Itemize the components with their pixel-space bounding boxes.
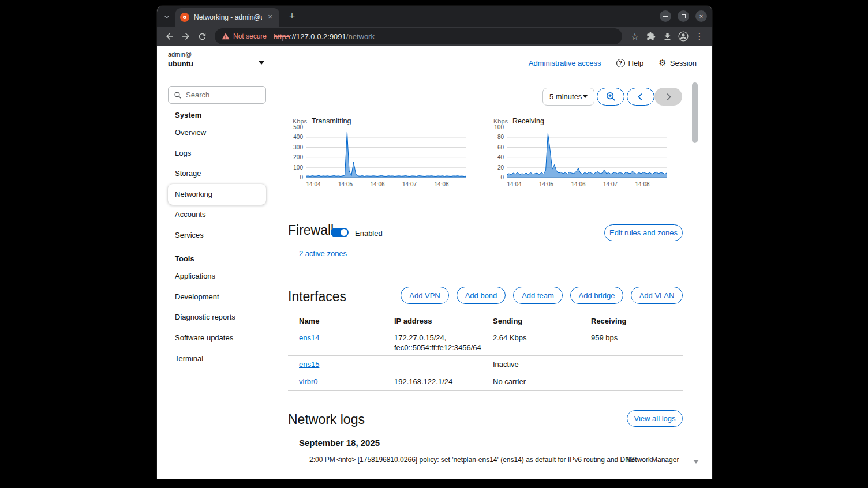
- view-all-logs-button[interactable]: View all logs: [627, 410, 683, 427]
- reload-button[interactable]: [194, 29, 209, 44]
- log-time: 2:00 PM: [309, 456, 335, 464]
- log-entry[interactable]: 2:00 PM <info> [1758196810.0266] policy:…: [299, 456, 683, 467]
- x-axis-tick-label: 14:06: [370, 181, 384, 187]
- masthead-utilities: Administrative access ? Help ⚙ Session: [529, 58, 697, 68]
- sending-value: 2.64 Kbps: [493, 333, 527, 342]
- active-zones-link[interactable]: 2 active zones: [299, 249, 347, 258]
- chevron-right-icon: [664, 92, 673, 102]
- sidebar-item-development[interactable]: Development: [168, 287, 266, 307]
- y-axis-tick-label: 100: [493, 124, 504, 130]
- not-secure-warning-icon: [222, 32, 230, 40]
- log-source: NetworkManager: [626, 456, 679, 464]
- y-axis-tick-label: 400: [293, 134, 303, 140]
- add-bond-button[interactable]: Add bond: [457, 287, 506, 304]
- minimize-icon: [663, 16, 668, 17]
- sidebar-item-accounts[interactable]: Accounts: [168, 204, 266, 225]
- nav-section-tools: Tools: [175, 254, 194, 263]
- scrollbar-thumb[interactable]: [692, 82, 698, 143]
- add-vpn-button[interactable]: Add VPN: [401, 287, 449, 304]
- sending-value: No carrier: [493, 377, 526, 386]
- toggle-knob: [341, 229, 347, 236]
- address-bar[interactable]: Not secure https://127.0.0.2:9091/networ…: [215, 28, 622, 44]
- close-button[interactable]: ×: [695, 10, 707, 22]
- new-tab-button[interactable]: +: [285, 9, 299, 23]
- security-state-label[interactable]: Not secure: [233, 32, 267, 40]
- table-header-row: Name IP address Sending Receiving: [288, 314, 683, 329]
- scroll-down-icon[interactable]: [693, 460, 699, 464]
- interface-link-ens14[interactable]: ens14: [299, 333, 319, 342]
- firewall-toggle[interactable]: [331, 228, 349, 237]
- history-back-button[interactable]: [627, 88, 654, 106]
- edit-rules-button[interactable]: Edit rules and zones: [604, 224, 683, 241]
- extensions-button[interactable]: [643, 29, 659, 44]
- interface-link-ens15[interactable]: ens15: [299, 360, 319, 369]
- history-forward-button[interactable]: [654, 88, 682, 106]
- help-label: Help: [628, 59, 644, 67]
- x-axis-tick-label: 14:04: [306, 181, 320, 187]
- forward-arrow-icon: [181, 31, 191, 42]
- column-header: IP address: [394, 317, 432, 325]
- time-range-value: 5 minutes: [549, 92, 582, 101]
- url-host: ://127.0.0.2:9091: [290, 32, 346, 41]
- sidebar-item-logs[interactable]: Logs: [168, 143, 266, 164]
- add-team-button[interactable]: Add team: [513, 287, 563, 304]
- column-header: Name: [299, 317, 319, 325]
- zoom-in-button[interactable]: [597, 88, 624, 106]
- transmitting-chart: KbpsTransmitting 500400300200100014:0414…: [293, 117, 469, 189]
- y-axis-tick-label: 500: [293, 124, 303, 130]
- ip-address: fec0::5054:ff:fe12:3456/64: [394, 343, 481, 352]
- host-switcher[interactable]: admin@ ubuntu: [168, 51, 278, 74]
- interfaces-table: Name IP address Sending Receiving ens14 …: [288, 314, 683, 391]
- sidebar-item-terminal[interactable]: Terminal: [168, 348, 266, 369]
- add-bridge-button[interactable]: Add bridge: [570, 287, 623, 304]
- avatar-icon: [678, 31, 689, 42]
- profile-button[interactable]: [676, 29, 691, 44]
- sidebar-search: [168, 86, 266, 104]
- y-axis-tick-label: 0: [293, 174, 303, 181]
- menu-button[interactable]: ⋮: [692, 29, 707, 44]
- back-arrow-icon: [164, 31, 175, 42]
- column-header: Sending: [493, 317, 522, 325]
- kebab-menu-icon: ⋮: [695, 31, 704, 42]
- help-button[interactable]: ? Help: [616, 59, 644, 67]
- maximize-button[interactable]: [678, 10, 689, 22]
- forward-button[interactable]: [178, 29, 193, 44]
- tab-search-button[interactable]: [160, 10, 173, 23]
- tab-close-icon[interactable]: ×: [265, 13, 275, 22]
- zoom-in-icon: [605, 91, 616, 102]
- column-header: Receiving: [591, 317, 626, 325]
- y-axis-tick-label: 200: [293, 154, 303, 160]
- administrative-access-link[interactable]: Administrative access: [529, 59, 601, 67]
- tab-title: Networking - admin@ub: [194, 13, 262, 21]
- sidebar-item-overview[interactable]: Overview: [168, 122, 266, 143]
- time-range-select[interactable]: 5 minutes: [542, 88, 594, 106]
- interface-link-virbr0[interactable]: virbr0: [299, 377, 318, 386]
- x-axis-tick-label: 14:07: [402, 181, 417, 187]
- browser-tab[interactable]: Networking - admin@ub ×: [175, 8, 279, 27]
- add-vlan-button[interactable]: Add VLAN: [631, 287, 683, 304]
- cockpit-app: admin@ ubuntu Administrative access ? He…: [157, 46, 712, 479]
- table-row: ens14 172.27.0.15/24, fec0::5054:ff:fe12…: [288, 329, 683, 356]
- chevron-left-icon: [636, 92, 645, 102]
- sidebar-item-software-updates[interactable]: Software updates: [168, 328, 266, 348]
- y-axis-tick-label: 20: [493, 164, 504, 171]
- bookmark-button[interactable]: ☆: [627, 29, 642, 44]
- back-button[interactable]: [162, 29, 177, 44]
- sidebar-item-diagnostic-reports[interactable]: Diagnostic reports: [168, 307, 266, 328]
- tab-favicon-icon: [180, 13, 189, 22]
- session-button[interactable]: ⚙ Session: [659, 58, 697, 68]
- chart-title: Transmitting: [312, 117, 351, 125]
- downloads-button[interactable]: [660, 29, 675, 44]
- x-axis-tick-label: 14:04: [507, 181, 521, 187]
- sidebar-item-services[interactable]: Services: [168, 225, 266, 246]
- sidebar-item-storage[interactable]: Storage: [168, 163, 266, 184]
- minimize-button[interactable]: [660, 10, 671, 22]
- search-input[interactable]: [186, 91, 260, 99]
- ip-address: 192.168.122.1/24: [394, 377, 452, 386]
- sidebar-item-networking[interactable]: Networking: [168, 184, 266, 205]
- ip-address: 172.27.0.15/24,: [394, 333, 446, 342]
- y-axis-tick-label: 0: [493, 174, 504, 181]
- sidebar-item-applications[interactable]: Applications: [168, 266, 266, 287]
- x-axis-tick-label: 14:08: [635, 181, 649, 187]
- receiving-chart: KbpsReceiving 10080604020014:0414:0514:0…: [493, 117, 669, 189]
